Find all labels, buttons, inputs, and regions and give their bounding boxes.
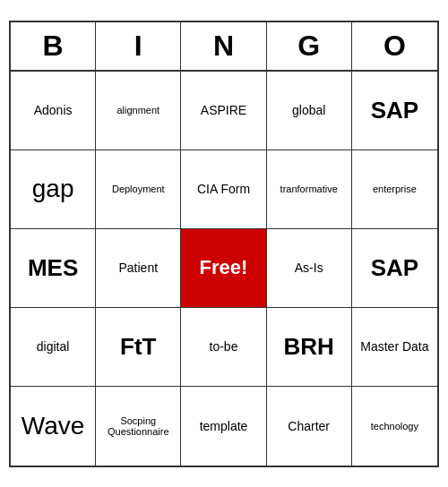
header-letter: O — [352, 22, 437, 70]
bingo-cell: enterprise — [352, 150, 437, 229]
bingo-cell: digital — [11, 308, 96, 387]
bingo-cell: global — [267, 72, 352, 150]
bingo-cell: Socping Questionnaire — [96, 387, 181, 466]
bingo-cell: Master Data — [352, 308, 437, 387]
bingo-cell: template — [181, 387, 266, 466]
bingo-cell: MES — [11, 229, 96, 308]
bingo-cell: FtT — [96, 308, 181, 387]
bingo-cell: tranformative — [267, 150, 352, 229]
header-letter: B — [11, 22, 96, 70]
bingo-cell: to-be — [181, 308, 266, 387]
bingo-cell: Adonis — [11, 72, 96, 150]
bingo-cell: Charter — [267, 387, 352, 466]
header-letter: I — [96, 22, 181, 70]
bingo-cell: SAP — [352, 72, 437, 150]
bingo-cell: BRH — [267, 308, 352, 387]
header-letter: N — [181, 22, 266, 70]
bingo-header: BINGO — [11, 22, 437, 72]
bingo-cell: Patient — [96, 229, 181, 308]
bingo-cell: Wave — [11, 387, 96, 466]
header-letter: G — [267, 22, 352, 70]
bingo-grid: AdonisalignmentASPIREglobalSAPgapDeploym… — [11, 72, 437, 466]
bingo-cell: ASPIRE — [181, 72, 266, 150]
bingo-cell: Free! — [181, 229, 266, 308]
bingo-cell: CIA Form — [181, 150, 266, 229]
bingo-cell: SAP — [352, 229, 437, 308]
bingo-card: BINGO AdonisalignmentASPIREglobalSAPgapD… — [9, 21, 439, 467]
bingo-cell: alignment — [96, 72, 181, 150]
bingo-cell: Deployment — [96, 150, 181, 229]
bingo-cell: technology — [352, 387, 437, 466]
bingo-cell: gap — [11, 150, 96, 229]
bingo-cell: As-Is — [267, 229, 352, 308]
